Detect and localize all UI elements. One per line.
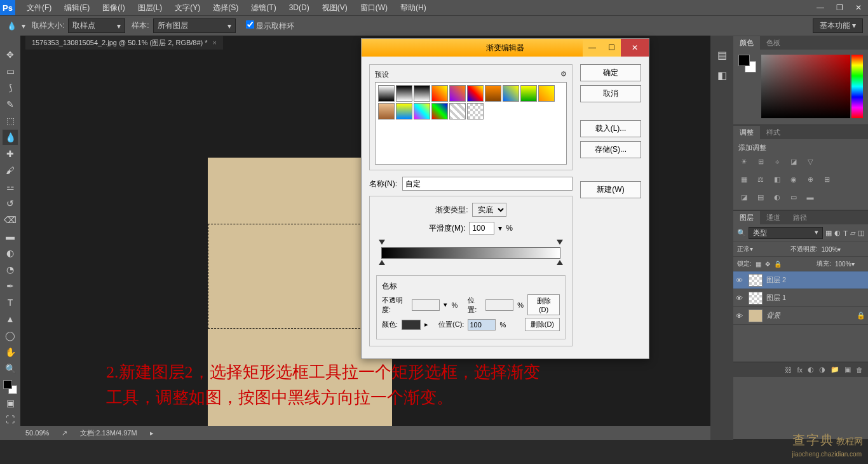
tab-paths[interactable]: 路径 [787,211,813,224]
layer-row[interactable]: 👁 图层 1 [733,289,868,307]
layer-name[interactable]: 背景 [766,311,780,320]
type-dropdown[interactable]: 实底 [472,203,506,217]
gradient-map-icon[interactable]: ▭ [788,192,799,202]
path-select-tool[interactable]: ▲ [3,311,18,327]
quick-select-tool[interactable]: ✎ [3,97,18,112]
filter-pixel-icon[interactable]: ▦ [825,229,832,237]
eraser-tool[interactable]: ⌫ [3,212,18,228]
levels-icon[interactable]: ⊞ [755,156,766,167]
tab-styles[interactable]: 样式 [760,126,787,139]
gear-icon[interactable]: ⚙ [560,70,567,79]
tab-color[interactable]: 颜色 [733,36,760,50]
sample-size-dropdown[interactable]: 取样点▾ [68,18,125,33]
preset-swatch[interactable] [538,85,555,102]
link-icon[interactable]: ⛓ [785,366,792,374]
quickmask-toggle[interactable]: ▣ [3,395,18,411]
filter-shape-icon[interactable]: ▱ [850,229,855,237]
filter-type-icon[interactable]: T [843,229,848,237]
shape-tool[interactable]: ◯ [3,328,18,343]
tab-adjustments[interactable]: 调整 [733,126,760,139]
lasso-tool[interactable]: ⟆ [3,80,18,95]
lock-position-icon[interactable]: ✥ [765,261,770,268]
color-field[interactable] [761,55,850,118]
menu-window[interactable]: 窗口(W) [354,3,394,13]
vibrance-icon[interactable]: ▽ [804,156,816,167]
hand-tool[interactable]: ✋ [3,345,18,360]
filter-smart-icon[interactable]: ◫ [858,229,864,237]
layer-name[interactable]: 图层 2 [766,275,786,285]
type-tool[interactable]: T [3,295,18,310]
gradient-bar[interactable] [376,240,566,266]
show-ring-checkbox[interactable]: 显示取样环 [246,20,294,32]
preset-swatch[interactable] [431,103,448,119]
visibility-icon[interactable]: 👁 [736,312,745,320]
threshold-icon[interactable]: ◐ [771,192,783,202]
invert-icon[interactable]: ◪ [738,192,750,202]
curves-icon[interactable]: ⟐ [771,156,783,167]
dialog-titlebar[interactable]: 渐变编辑器 — ☐ ✕ [362,39,649,57]
mask-icon[interactable]: ◐ [808,365,814,374]
save-button[interactable]: 存储(S)... [580,141,641,158]
document-tab[interactable]: 1576353_130815054_2.jpg @ 50.1% (图层 2, R… [25,36,223,50]
filter-adjust-icon[interactable]: ◐ [834,229,841,237]
lock-pixels-icon[interactable]: ▦ [756,261,761,268]
eyedropper-tool[interactable]: 💧 [3,130,18,145]
crop-tool[interactable]: ⬚ [3,113,18,128]
menu-3d[interactable]: 3D(D) [283,3,316,12]
hue-slider[interactable] [851,55,863,118]
ok-button[interactable]: 确定 [580,64,641,81]
menu-select[interactable]: 选择(S) [207,3,245,13]
menu-file[interactable]: 文件(F) [20,3,58,13]
marquee-tool[interactable]: ▭ [3,64,18,79]
history-icon[interactable]: ▤ [714,47,729,62]
menu-edit[interactable]: 编辑(E) [58,3,96,13]
tab-swatches[interactable]: 色板 [760,36,787,50]
lookup-icon[interactable]: ⊞ [821,174,832,184]
preset-swatch[interactable] [449,85,466,102]
layer-thumbnail[interactable] [749,274,763,287]
preset-swatch[interactable] [449,103,466,119]
opacity-input[interactable]: 100%▾ [822,246,851,253]
preset-swatch[interactable] [520,85,537,102]
brush-tool[interactable]: 🖌 [3,163,18,178]
visibility-icon[interactable]: 👁 [736,276,745,284]
blend-mode-dropdown[interactable]: 正常▾ [737,245,787,254]
layer-thumbnail[interactable] [749,310,763,322]
brightness-icon[interactable]: ☀ [738,156,750,167]
preset-swatch[interactable] [503,85,519,102]
layer-name[interactable]: 图层 1 [766,293,786,303]
dialog-close[interactable]: ✕ [621,39,649,57]
delete-color-stop-button[interactable]: 删除(D) [525,318,560,331]
preset-swatch[interactable] [396,85,412,102]
menu-view[interactable]: 视图(V) [316,3,354,13]
selective-icon[interactable]: ▬ [804,192,816,202]
workspace-switcher[interactable]: 基本功能 ▾ [813,18,863,33]
adjust-layer-icon[interactable]: ◑ [819,365,825,374]
preset-swatch[interactable] [414,103,430,119]
preset-swatch[interactable] [467,85,484,102]
balance-icon[interactable]: ⚖ [755,174,766,184]
blur-tool[interactable]: ◐ [3,245,18,261]
delete-icon[interactable]: 🗑 [856,366,863,374]
name-input[interactable] [402,177,573,191]
hue-icon[interactable]: ▦ [738,174,750,184]
stamp-tool[interactable]: ⚍ [3,179,18,194]
tab-layers[interactable]: 图层 [733,211,760,224]
color-pos-input[interactable] [468,319,496,331]
move-tool[interactable]: ✥ [3,47,18,62]
dialog-min[interactable]: — [583,39,602,57]
new-button[interactable]: 新建(W) [580,181,641,198]
dialog-max[interactable]: ☐ [602,39,621,57]
menu-help[interactable]: 帮助(H) [394,3,433,13]
color-swatch[interactable] [738,55,756,72]
preset-swatch[interactable] [467,103,484,119]
gradient-tool[interactable]: ▬ [3,229,18,244]
fx-icon[interactable]: fx [797,366,803,374]
dodge-tool[interactable]: ◔ [3,262,18,277]
share-icon[interactable]: ↗ [62,429,67,437]
preset-swatch[interactable] [414,85,430,102]
preset-swatch[interactable] [378,85,395,102]
new-layer-icon[interactable]: ▣ [844,365,851,374]
exposure-icon[interactable]: ◪ [788,156,799,167]
opacity-stop-input[interactable] [412,299,440,311]
